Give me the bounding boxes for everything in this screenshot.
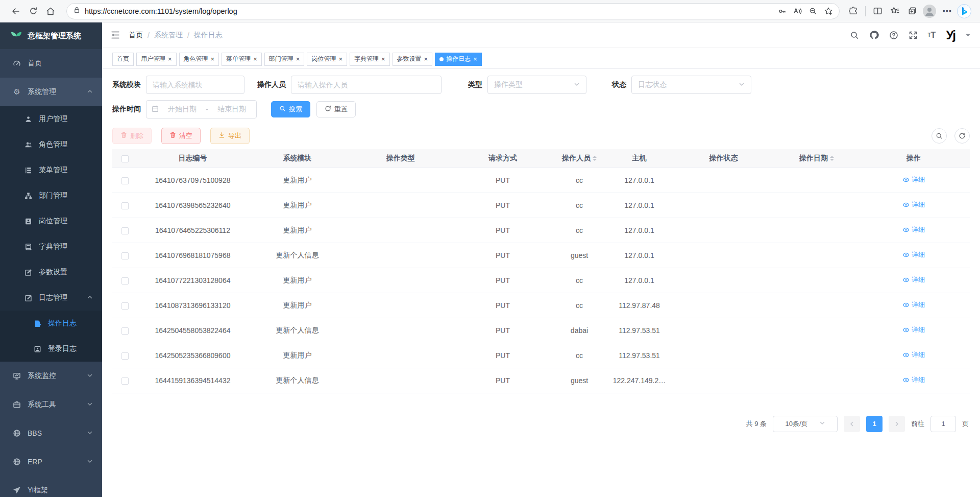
search-button[interactable]: 搜索 (271, 101, 310, 117)
github-icon[interactable] (869, 30, 879, 40)
caret-down-icon[interactable] (965, 33, 971, 37)
row-checkbox[interactable] (121, 202, 129, 209)
status-select[interactable]: 日志状态 (631, 76, 751, 94)
search-icon[interactable] (850, 31, 859, 40)
type-select[interactable]: 操作类型 (487, 76, 586, 94)
tab-roles[interactable]: 角色管理× (179, 53, 219, 66)
detail-link[interactable]: 详细 (902, 350, 925, 360)
row-checkbox[interactable] (121, 277, 129, 285)
start-date[interactable]: 开始日期 (163, 105, 202, 114)
detail-link[interactable]: 详细 (902, 275, 925, 285)
row-checkbox[interactable] (121, 177, 129, 184)
help-icon[interactable] (889, 31, 898, 40)
row-checkbox[interactable] (121, 377, 129, 385)
more-menu-icon[interactable]: ⋯ (938, 3, 955, 20)
close-icon[interactable]: × (338, 56, 342, 62)
font-size-icon[interactable]: TT (928, 31, 936, 40)
row-checkbox[interactable] (121, 352, 129, 360)
fullscreen-icon[interactable] (909, 31, 918, 40)
export-button[interactable]: 导出 (210, 128, 250, 144)
current-page-button[interactable]: 1 (866, 416, 883, 432)
detail-link[interactable]: 详细 (902, 250, 925, 259)
close-icon[interactable]: × (168, 56, 172, 62)
breadcrumb-system[interactable]: 系统管理 (154, 31, 183, 40)
col-op-date[interactable]: 操作日期 (776, 149, 857, 168)
browser-back-icon[interactable] (7, 3, 24, 20)
sidebar-item-bbs[interactable]: BBS (0, 419, 102, 447)
profile-avatar[interactable] (921, 3, 938, 20)
sidebar-item-tools[interactable]: 系统工具 (0, 390, 102, 419)
app-logo[interactable]: 意框架管理系统 (0, 22, 102, 49)
add-favorite-icon[interactable] (821, 4, 836, 19)
close-icon[interactable]: × (381, 56, 385, 62)
sidebar-item-posts[interactable]: 岗位管理 (0, 208, 102, 234)
goto-page-input[interactable] (930, 416, 956, 432)
breadcrumb-home[interactable]: 首页 (129, 31, 143, 40)
extensions-icon[interactable] (845, 3, 862, 20)
browser-refresh-icon[interactable] (24, 3, 42, 20)
sidebar-item-roles[interactable]: 角色管理 (0, 132, 102, 157)
sidebar-item-menus[interactable]: 菜单管理 (0, 157, 102, 183)
module-input[interactable] (146, 76, 244, 94)
select-all-checkbox[interactable] (121, 155, 129, 162)
tab-menus[interactable]: 菜单管理× (222, 53, 262, 66)
collections-icon[interactable] (903, 3, 921, 20)
sort-icon[interactable] (593, 154, 597, 163)
sidebar-item-erp[interactable]: ERP (0, 447, 102, 476)
tab-depts[interactable]: 部门管理× (264, 53, 305, 66)
close-icon[interactable]: × (211, 56, 215, 62)
row-checkbox[interactable] (121, 227, 129, 234)
tab-home[interactable]: 首页 (112, 53, 134, 66)
date-range-picker[interactable]: 开始日期 - 结束日期 (146, 100, 257, 119)
sidebar-item-home[interactable]: 首页 (0, 49, 102, 78)
sidebar-item-loginlog[interactable]: 登录日志 (0, 336, 102, 362)
detail-link[interactable]: 详细 (902, 200, 925, 209)
toggle-search-button[interactable] (932, 128, 947, 144)
password-key-icon[interactable] (775, 4, 790, 19)
favorites-icon[interactable] (886, 3, 903, 20)
detail-link[interactable]: 详细 (902, 375, 925, 385)
sidebar-item-operlog[interactable]: 操作日志 (0, 311, 102, 336)
tab-posts[interactable]: 岗位管理× (307, 53, 347, 66)
detail-link[interactable]: 详细 (902, 300, 925, 310)
sidebar-item-system[interactable]: ⚙ 系统管理 (0, 78, 102, 106)
read-aloud-icon[interactable] (790, 4, 805, 19)
refresh-table-button[interactable] (954, 128, 970, 144)
delete-button[interactable]: 删除 (112, 128, 152, 144)
sidebar-fold-icon[interactable] (110, 31, 120, 39)
bing-chat-icon[interactable] (955, 3, 973, 20)
browser-home-icon[interactable] (42, 3, 59, 20)
sidebar-item-dicts[interactable]: 字典管理 (0, 234, 102, 259)
close-icon[interactable]: × (473, 56, 477, 62)
col-operator[interactable]: 操作人员 (551, 149, 607, 168)
sidebar-item-users[interactable]: 用户管理 (0, 106, 102, 132)
reset-button[interactable]: 重置 (316, 101, 356, 117)
page-size-select[interactable]: 10条/页 (773, 416, 838, 432)
detail-link[interactable]: 详细 (902, 225, 925, 234)
address-bar[interactable]: https://ccnetcore.com:1101/system/log/op… (66, 3, 840, 19)
tab-users[interactable]: 用户管理× (136, 53, 177, 66)
tab-params[interactable]: 参数设置× (393, 53, 433, 66)
sidebar-item-params[interactable]: 参数设置 (0, 259, 102, 285)
end-date[interactable]: 结束日期 (212, 105, 251, 114)
sort-icon[interactable] (830, 154, 834, 163)
tab-operlog-active[interactable]: 操作日志× (435, 53, 482, 66)
zoom-out-icon[interactable] (805, 4, 821, 19)
sidebar-item-depts[interactable]: 部门管理 (0, 183, 102, 208)
detail-link[interactable]: 详细 (902, 325, 925, 335)
close-icon[interactable]: × (296, 56, 300, 62)
sidebar-item-logs[interactable]: 日志管理 (0, 285, 102, 311)
user-avatar[interactable]: Уj (946, 29, 955, 41)
close-icon[interactable]: × (253, 56, 257, 62)
clear-button[interactable]: 清空 (161, 128, 201, 144)
operator-input[interactable] (291, 76, 442, 94)
row-checkbox[interactable] (121, 327, 129, 335)
next-page-button[interactable] (889, 416, 905, 432)
prev-page-button[interactable] (844, 416, 860, 432)
tab-dicts[interactable]: 字典管理× (350, 53, 390, 66)
split-screen-icon[interactable] (869, 3, 886, 20)
sidebar-item-yi[interactable]: Yi框架 (0, 476, 102, 497)
row-checkbox[interactable] (121, 252, 129, 259)
close-icon[interactable]: × (424, 56, 428, 62)
detail-link[interactable]: 详细 (902, 175, 925, 184)
